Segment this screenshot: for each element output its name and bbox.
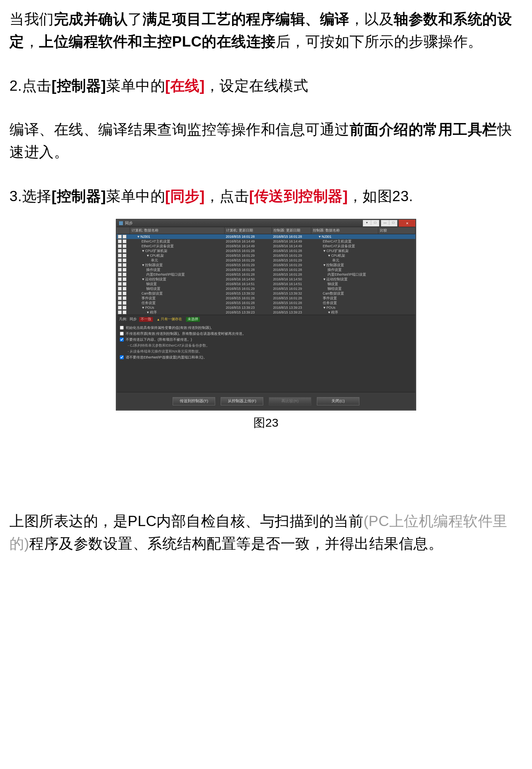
opt-skip-eip[interactable]: 请不要传送EtherNet/IP连接设置(内置端口和单元)。 xyxy=(120,355,412,360)
table-row[interactable]: 单元2016/8/15 16:01:292016/8/15 16:01:29单元 xyxy=(117,258,415,263)
window-secondary-controls[interactable]: ▾□ xyxy=(363,220,379,227)
app-icon xyxy=(119,221,123,225)
upload-from-controller-button[interactable]: 从控制器上传(F) xyxy=(221,397,263,405)
legend-unselected: 未选择 xyxy=(186,317,200,322)
table-row[interactable]: 内置EtherNet/IP端口设置2016/8/15 16:01:282016/… xyxy=(117,272,415,277)
legend-mismatch: 不一致 xyxy=(139,317,153,322)
maximize-icon: □ xyxy=(389,220,397,225)
window-min-max[interactable]: —□ xyxy=(381,220,398,227)
table-row[interactable]: EtherCAT从设备设置2016/8/16 16:14:492016/8/16… xyxy=(117,244,415,248)
step-2: 2.点击[控制器]菜单中的[在线]，设定在线模式 xyxy=(9,75,523,97)
table-row[interactable]: EtherCAT主机设置2016/8/16 16:14:492016/8/16 … xyxy=(117,239,415,244)
explanation-paragraph: 上图所表达的，是PLC内部自检自核、与扫描到的当前(PC上位机编程软件里的)程序… xyxy=(9,510,523,555)
opt-init-retain[interactable]: 初始化当前具有保持属性变量的值(有效:传送到控制器)。 xyxy=(120,325,412,331)
table-row[interactable]: ▼CPU机架2016/8/15 16:01:292016/8/15 16:01:… xyxy=(117,253,415,258)
table-row[interactable]: Cam数据设置2016/8/15 13:39:322016/8/15 13:39… xyxy=(117,291,415,296)
table-row[interactable]: ▼NJ3012016/8/15 16:01:282016/8/15 16:01:… xyxy=(117,234,415,239)
close-dialog-button[interactable]: 关闭(C) xyxy=(317,397,359,405)
table-row[interactable]: ▼POUs2016/8/15 13:39:232016/8/15 13:39:2… xyxy=(117,305,415,310)
toolbar-note: 编译、在线、编译结果查询监控等操作和信息可通过前面介绍的常用工具栏快速进入。 xyxy=(9,118,523,164)
dialog-titlebar[interactable]: 同步 ▾□ —□ ✕ xyxy=(117,220,415,227)
table-row[interactable]: 轴设置2016/8/16 16:14:512016/8/16 16:14:51轴… xyxy=(117,282,415,286)
opt-no-source[interactable]: 不传送程序源(有效:传送到控制器)。所有数据会在该选项改变时被再次传送。 xyxy=(120,331,412,337)
table-row[interactable]: ▼控制器设置2016/8/15 16:01:292016/8/15 16:01:… xyxy=(117,263,415,267)
table-row[interactable]: 轴组设置2016/8/15 16:01:292016/8/15 16:01:29… xyxy=(117,286,415,291)
table-row[interactable]: ▼运动控制设置2016/8/16 16:14:502016/8/16 16:14… xyxy=(117,277,415,282)
step-3: 3.选择[控制器]菜单中的[同步]，点击[传送到控制器]，如图23. xyxy=(9,185,523,207)
minimize-icon: — xyxy=(381,220,389,225)
legend-one-side: 只有一侧存在 xyxy=(155,317,184,322)
intro-paragraph: 当我们完成并确认了满足项目工艺的程序编辑、编译，以及轴参数和系统的设定，上位编程… xyxy=(9,8,523,53)
tree-rows[interactable]: ▼NJ3012016/8/15 16:01:282016/8/15 16:01:… xyxy=(117,234,415,315)
table-row[interactable]: 事件设置2016/8/15 16:01:282016/8/15 16:01:28… xyxy=(117,296,415,301)
figure-caption: 图23 xyxy=(9,415,523,431)
dialog-title: 同步 xyxy=(125,220,363,226)
options-panel: 初始化当前具有保持属性变量的值(有效:传送到控制器)。 不传送程序源(有效:传送… xyxy=(117,323,415,364)
sync-dialog: 同步 ▾□ —□ ✕ 计算机: 数据名称 计算机: 更新日期 控制器: 更新日期… xyxy=(116,219,416,410)
table-row[interactable]: 任务设置2016/8/15 16:01:282016/8/15 16:01:28… xyxy=(117,301,415,305)
recompare-button[interactable]: 再比较(R) xyxy=(269,397,311,405)
dialog-footer: 传送到控制器(T) 从控制器上传(F) 再比较(R) 关闭(C) xyxy=(117,392,415,410)
opt-skip-following[interactable]: 不要传送以下内容。(所有项目不被传送。) xyxy=(120,337,412,343)
column-headers: 计算机: 数据名称 计算机: 更新日期 控制器: 更新日期 控制器: 数据名称 … xyxy=(117,227,415,234)
table-row[interactable]: ▼CPU/扩展机架2016/8/15 16:01:282016/8/15 16:… xyxy=(117,248,415,253)
close-button[interactable]: ✕ xyxy=(399,220,415,227)
legend-bar: 凡例: 同步 不一致 只有一侧存在 未选择 xyxy=(117,315,415,323)
transfer-to-controller-button[interactable]: 传送到控制器(T) xyxy=(173,397,215,405)
table-row[interactable]: ▼程序2016/8/15 13:39:232016/8/15 13:39:23▼… xyxy=(117,310,415,315)
table-row[interactable]: 操作设置2016/8/15 16:01:282016/8/15 16:01:28… xyxy=(117,267,415,272)
